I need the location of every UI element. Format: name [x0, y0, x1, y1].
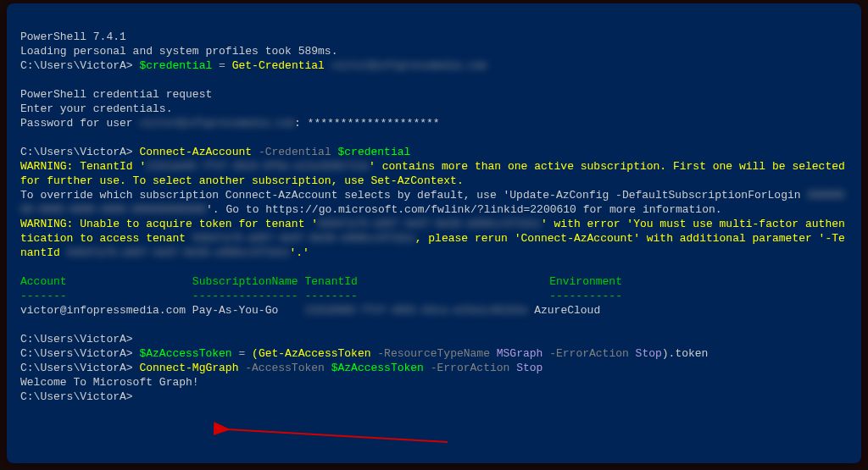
prompt-path: C:\Users\VictorA>: [20, 362, 133, 374]
table-header-account: Account SubscriptionName TenantId Enviro…: [20, 275, 622, 288]
welcome-line: Welcome To Microsoft Graph!: [20, 376, 199, 389]
svg-line-1: [227, 429, 448, 442]
variable-token: $AzAccessToken: [139, 347, 231, 360]
warning-tenant-line: WARNING: TenantId '2181ab88-7f1f-4818-8f…: [20, 160, 852, 187]
cmdlet-get-credential: Get-Credential: [232, 59, 331, 72]
prompt-path: C:\Users\VictorA>: [20, 390, 133, 403]
table-header-divider: ------- ---------------- -------- ------…: [20, 290, 622, 302]
credential-username-arg: victor@infopressmedia.com: [331, 59, 487, 72]
profile-line: Loading personal and system profiles too…: [20, 45, 337, 58]
warning-mfa-line: WARNING: Unable to acquire token for ten…: [20, 218, 845, 259]
password-stars: ********************: [308, 117, 440, 130]
paren-prop: ).token: [662, 347, 709, 360]
version-line: PowerShell 7.4.1: [20, 30, 126, 43]
password-label: Password for user: [20, 117, 139, 130]
table-row: victor@infopressmedia.com Pay-As-You-Go …: [20, 304, 600, 317]
variable-token: $credential: [338, 146, 411, 158]
tenant-id-blur: 94847a76-e087-4e97-9e58-e908cc5f32b1: [67, 246, 290, 259]
paren-open: (: [252, 347, 259, 360]
param-resourcetype: -ResourceTypeName: [377, 347, 496, 360]
arg-stop: Stop: [516, 362, 542, 374]
override-info-line: To override which subscription Connect-A…: [20, 189, 844, 216]
enter-credentials-line: Enter your credentials.: [20, 102, 172, 115]
prompt-path: C:\Users\VictorA>: [20, 146, 133, 158]
param-erroraction: -ErrorAction: [431, 362, 516, 374]
variable-token: $credential: [139, 59, 212, 72]
password-user-email: victor@infopressmedia.com: [139, 117, 294, 130]
cmdlet-connect-mggraph: Connect-MgGraph: [139, 362, 245, 374]
prompt-path: C:\Users\VictorA>: [20, 333, 133, 346]
prompt-path: C:\Users\VictorA>: [20, 347, 133, 360]
param-accesstoken: -AccessToken: [245, 362, 331, 374]
prompt-path: C:\Users\VictorA>: [20, 59, 133, 72]
powershell-terminal[interactable]: PowerShell 7.4.1 Loading personal and sy…: [7, 3, 861, 463]
operator-equals: =: [232, 347, 252, 360]
param-credential: -Credential: [259, 146, 338, 158]
tenant-id-blur: 94847a76-e087-4e97-9e58-e908cc5f32b1: [318, 218, 541, 230]
cmdlet-get-azaccesstoken: Get-AzAccessToken: [259, 347, 377, 360]
credential-request-title: PowerShell credential request: [20, 88, 212, 101]
arg-stop: Stop: [636, 347, 662, 360]
tenant-id-blur: 94847a76-e087-4e97-9e58-e908cc5f32b1: [192, 232, 415, 245]
tenant-id-blur: 2181ab88-7f1f-4818-8f8a-e21e3b8b712e: [146, 160, 369, 173]
arg-msgraph: MSGraph: [497, 347, 549, 360]
param-erroraction: -ErrorAction: [549, 347, 635, 360]
operator-equals: =: [212, 59, 231, 72]
cmdlet-connect-azaccount: Connect-AzAccount: [139, 146, 258, 158]
variable-token: $AzAccessToken: [331, 362, 424, 374]
password-colon: :: [294, 117, 308, 130]
tenant-id-blur: 21818888-7f1f-4891-64ca-e23e1c46181e: [305, 304, 528, 317]
terminal-output: PowerShell 7.4.1 Loading personal and sy…: [20, 15, 848, 404]
